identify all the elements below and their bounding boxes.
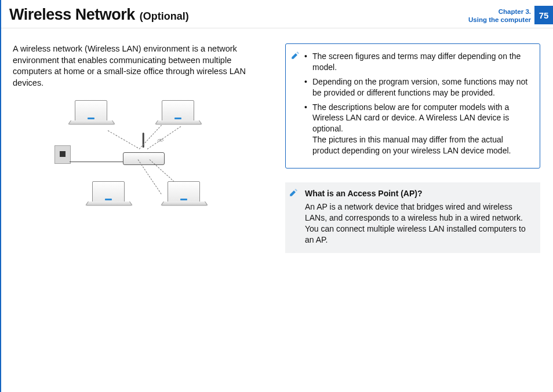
laptop-icon [71,100,111,127]
note-subtext: The pictures in this manual may differ f… [312,134,532,156]
access-point-icon [123,145,163,165]
note-item: The screen figures and terms may differ … [304,51,532,73]
page-number: 75 [539,10,549,20]
chapter-line1: Chapter 3. [468,8,531,16]
info-box: What is an Access Point (AP)? An AP is a… [285,182,540,253]
manual-page: Wireless Network (Optional) Chapter 3. U… [0,0,553,392]
note-box: The screen figures and terms may differ … [285,43,540,168]
chapter-line2: Using the computer [468,16,531,24]
right-column: The screen figures and terms may differ … [285,43,540,253]
left-column: A wireless network (Wireless LAN) enviro… [13,43,268,253]
laptop-icon [163,181,204,208]
note-text: The screen figures and terms may differ … [312,52,521,72]
note-text: The descriptions below are for computer … [312,102,509,134]
page-header: Wireless Network (Optional) Chapter 3. U… [1,0,553,24]
info-title: What is an Access Point (AP)? [305,188,532,199]
chapter-label: Chapter 3. Using the computer [468,6,534,24]
page-title: Wireless Network [9,6,135,24]
page-subtitle: (Optional) [140,10,189,23]
note-item: Depending on the program version, some f… [304,76,532,98]
note-pencil-icon [290,50,301,60]
note-text: Depending on the program version, some f… [312,77,527,97]
header-right: Chapter 3. Using the computer 75 [468,6,553,24]
note-list: The screen figures and terms may differ … [304,51,532,156]
ethernet-cable [70,162,124,162]
info-body: An AP is a network device that bridges w… [305,202,532,246]
laptop-icon [88,181,129,208]
intro-paragraph: A wireless network (Wireless LAN) enviro… [13,43,268,89]
title-block: Wireless Network (Optional) [9,6,189,24]
network-diagram [48,100,233,216]
note-item: The descriptions below are for computer … [304,102,532,156]
page-body: A wireless network (Wireless LAN) enviro… [1,28,553,253]
note-pencil-icon [289,187,299,197]
page-number-badge: 75 [534,6,553,24]
wall-jack-icon [54,145,71,164]
laptop-icon [158,100,198,127]
